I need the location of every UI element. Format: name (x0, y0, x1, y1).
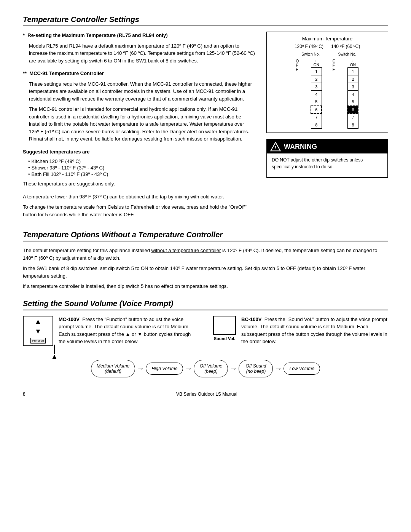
up-arrow-line (54, 345, 55, 354)
vol-bubble-low: Low Volume (284, 363, 320, 375)
mc-desc-col: MC-100V Press the "Function" button to a… (59, 316, 198, 348)
sound-right: Sound Vol. BC-100V Press the "Sound Vol.… (213, 316, 388, 348)
temp-options-body3: If a temperature controller is installed… (23, 283, 388, 290)
warning-header: ! WARNING (267, 140, 387, 153)
page-title: Temperature Controller Settings (23, 15, 388, 26)
list-item: Bath Fill 102º - 110º F (39º - 43º C) (27, 171, 255, 177)
footer-bar: 8 VB Series Outdoor LS Manual (23, 389, 388, 397)
up-arrow-icon: ▲ (35, 318, 41, 325)
bc-desc-col: BC-100V Press the "Sound Vol." button to… (241, 316, 388, 348)
mc-label: MC-100V Press the "Function" button to a… (59, 316, 198, 345)
sound-section: Setting the Sound Volume (Voice Prompt) … (23, 299, 388, 377)
sound-left: ▲ ▼ Function MC-100V Press the "Function… (23, 316, 198, 348)
sound-title: Setting the Sound Volume (Voice Prompt) (23, 299, 388, 310)
temp-options-body1: The default temperature setting for this… (23, 247, 388, 262)
underline-phrase: without a temperature controller (151, 248, 221, 253)
flow-arrow-3: → (229, 364, 237, 373)
warning-label: WARNING (284, 143, 317, 151)
bc-label: BC-100V Press the "Sound Vol." button to… (241, 316, 388, 345)
sound-vol-label: Sound Vol. (214, 336, 236, 341)
temp-options-body2: In the SW1 bank of 8 dip switches, set d… (23, 265, 388, 280)
temp-controller-section: Temperature Controller Settings * Re-set… (23, 15, 388, 221)
warning-triangle-icon: ! (270, 141, 281, 152)
vol-bubble-high: High Volume (146, 363, 183, 375)
suggested-footer: These temperatures are suggestions only. (23, 180, 255, 188)
warning-box: ! WARNING DO NOT adjust the other dip sw… (266, 139, 388, 178)
star2-body2: The MCC-91 controller is intended for co… (29, 105, 255, 143)
temp-120-label: 120º F (49º C) (295, 44, 323, 49)
dip-table-120: Switch No. ← ON 1 2 3 4 5 6 7 8 (300, 51, 322, 129)
bc100v-box (213, 316, 236, 335)
temp-options-title: Temperature Options Without a Temperatur… (23, 230, 388, 241)
bc-desc-text: Press the "Sound Vol." button to adjust … (241, 316, 387, 345)
mc100v-box: ▲ ▼ Function (23, 316, 53, 346)
svg-text:!: ! (275, 145, 276, 150)
suggested-title: Suggested temperatures are (23, 148, 255, 156)
upward-arrow: ▲ (51, 345, 58, 360)
flow-arrow-4: → (274, 364, 282, 373)
bc-device-col: Sound Vol. (213, 316, 236, 341)
volume-flow: Medium Volume(default) → High Volume → O… (23, 360, 388, 377)
right-text2: To change the temperature scale from Cel… (23, 203, 255, 218)
mc-device-row: ▲ ▼ Function MC-100V Press the "Function… (23, 316, 198, 348)
up-arrow-head: ▲ (51, 353, 58, 360)
flow-arrow-1: → (137, 364, 144, 373)
left-col: * Re-setting the Maximum Temperature (RL… (23, 32, 255, 221)
suggested-list: Kitchen 120 ºF (49º C) Shower 98º - 110º… (27, 158, 255, 177)
function-button: Function (30, 338, 46, 343)
dip-table-140: Switch No. ← ON 1 2 3 4 5 6 7 8 (337, 51, 358, 129)
star1-body: Models RL75 and RL94 have a default maxi… (29, 42, 255, 65)
right-col: Maximum Temperature 120º F (49º C) O F F (266, 32, 388, 221)
main-two-col: * Re-setting the Maximum Temperature (RL… (23, 32, 388, 221)
dip-switches-row: 120º F (49º C) O F F Switch No. ← ON 1 (271, 44, 384, 129)
sound-two-col: ▲ ▼ Function MC-100V Press the "Function… (23, 316, 388, 348)
dip-switch-140: 140 ºF (60 ºC) O F F Switch No. ← ON 1 (331, 44, 360, 129)
star2-body1: These settings require the MCC-91 contro… (29, 80, 255, 103)
down-arrow-icon: ▼ (35, 328, 41, 335)
star2-title: ** MCC-91 Temperature Controller (23, 70, 255, 77)
dip-wrapper-140: O F F Switch No. ← ON 1 2 3 4 (333, 51, 359, 129)
flow-arrow-2: → (185, 364, 192, 373)
footer-page-number: 8 (23, 391, 25, 397)
dip-switch-120: 120º F (49º C) O F F Switch No. ← ON 1 (295, 44, 323, 129)
footer-center-text: VB Series Outdoor LS Manual (176, 391, 237, 397)
off-labels-140: O F F (333, 59, 336, 72)
max-temp-title: Maximum Temperature (271, 36, 384, 42)
bc-device-row: Sound Vol. BC-100V Press the "Sound Vol.… (213, 316, 388, 348)
dip-wrapper-120: O F F Switch No. ← ON 1 2 3 4 (296, 51, 322, 129)
star1-title: * Re-setting the Maximum Temperature (RL… (23, 32, 255, 39)
vol-bubble-medium: Medium Volume(default) (91, 360, 135, 377)
temp-140-label: 140 ºF (60 ºC) (331, 44, 360, 49)
warning-text: DO NOT adjust the other dip switches unl… (272, 157, 383, 170)
vol-bubble-off-volume: Off Volume(beep) (194, 360, 228, 377)
volume-flow-container: ▲ Medium Volume(default) → High Volume →… (23, 360, 388, 377)
max-temp-box: Maximum Temperature 120º F (49º C) O F F (266, 32, 388, 133)
vol-bubble-off-sound: Off Sound(no beep) (239, 360, 273, 377)
list-item: Shower 98º - 110º F (37º - 43º C) (27, 165, 255, 171)
list-item: Kitchen 120 ºF (49º C) (27, 158, 255, 164)
mc-device-visual: ▲ ▼ Function (23, 316, 53, 346)
right-text1: A temperature lower than 98º F (37º C) c… (23, 193, 255, 201)
off-labels-120: O F F (296, 59, 299, 72)
temp-options-section: Temperature Options Without a Temperatur… (23, 230, 388, 290)
